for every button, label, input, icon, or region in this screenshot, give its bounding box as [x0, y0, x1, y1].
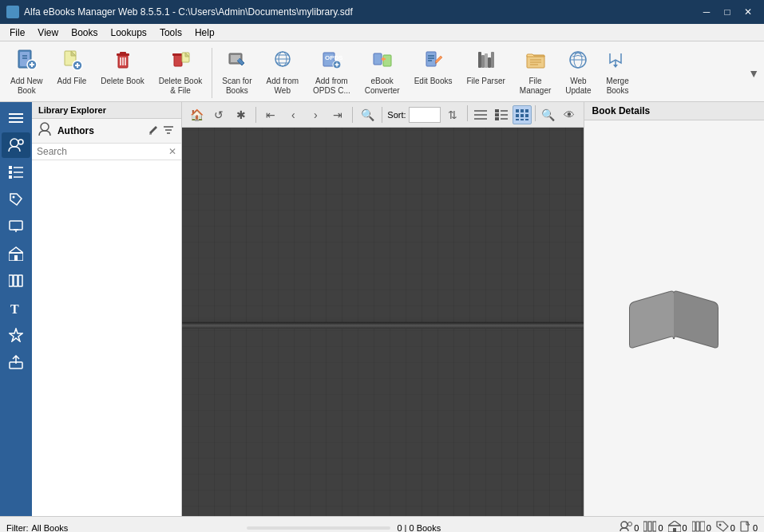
file-manager-button[interactable]: FileManager — [513, 45, 558, 101]
toolbar: Add NewBook Add File Delete Book — [0, 41, 764, 102]
status-tags-group: 0 — [716, 521, 735, 532]
svg-rect-113 — [700, 522, 705, 531]
add-file-button[interactable]: Add File — [50, 45, 94, 101]
search-button[interactable]: 🔍 — [358, 105, 377, 124]
nav-first-button[interactable]: ⇤ — [261, 105, 280, 124]
svg-rect-90 — [495, 113, 499, 116]
menu-help[interactable]: Help — [188, 26, 221, 40]
sort-area: Sort: ⇅ — [387, 105, 461, 124]
svg-rect-106 — [648, 522, 651, 531]
nav-asterisk-button[interactable]: ✱ — [232, 105, 251, 124]
add-new-book-button[interactable]: Add NewBook — [3, 45, 50, 101]
sidebar-series-button[interactable] — [2, 268, 30, 294]
merge-books-label: MergeBooks — [606, 77, 628, 96]
filter-area: Filter: All Books — [6, 523, 68, 533]
svg-rect-45 — [488, 57, 491, 68]
svg-rect-111 — [692, 522, 695, 531]
shelf-top — [182, 128, 583, 322]
status-tags-icon — [716, 521, 729, 532]
status-tags-count: 0 — [730, 523, 735, 533]
svg-point-59 — [18, 140, 23, 144]
svg-point-115 — [718, 524, 721, 526]
sidebar-authors-button[interactable] — [2, 132, 30, 158]
edit-books-label: Edit Books — [414, 77, 453, 86]
minimize-button[interactable]: ─ — [697, 4, 716, 20]
ct-sep-5 — [535, 105, 536, 121]
status-library-count: 0 — [683, 523, 687, 533]
svg-rect-112 — [696, 522, 699, 531]
status-files-icon — [740, 521, 751, 532]
nav-prev-button[interactable]: ‹ — [283, 105, 303, 124]
menu-lookups[interactable]: Lookups — [105, 26, 153, 40]
sidebar-export-button[interactable] — [2, 349, 30, 375]
search-clear-button[interactable]: ✕ — [168, 146, 176, 157]
toolbar-separator-1 — [212, 48, 212, 98]
svg-rect-64 — [9, 175, 12, 179]
ct-sep-3 — [382, 107, 382, 123]
add-from-opds-icon: OPDS — [320, 49, 342, 74]
maximize-button[interactable]: □ — [718, 4, 737, 20]
sidebar-device-button[interactable] — [2, 214, 30, 239]
sidebar-library-button[interactable] — [2, 241, 30, 266]
library-explorer-header: Library Explorer — [32, 102, 181, 119]
view-details-button[interactable] — [492, 105, 511, 124]
nav-next-button[interactable]: › — [306, 105, 325, 124]
svg-marker-78 — [10, 329, 22, 341]
scan-books-button[interactable]: Scan forBooks — [215, 45, 259, 101]
svg-marker-72 — [9, 247, 23, 253]
toolbar-expand-icon[interactable]: ▼ — [746, 67, 761, 80]
sidebar-tags-button[interactable] — [2, 187, 30, 212]
close-button[interactable]: ✕ — [738, 4, 758, 20]
nav-home-button[interactable]: 🏠 — [187, 105, 206, 124]
svg-rect-68 — [10, 221, 22, 230]
menu-tools[interactable]: Tools — [153, 26, 188, 40]
svg-rect-76 — [18, 275, 22, 286]
authors-sort-icon[interactable] — [162, 124, 175, 138]
nav-last-button[interactable]: ⇥ — [328, 105, 347, 124]
delete-book-file-label: Delete Book& File — [159, 77, 202, 96]
web-update-icon — [567, 49, 589, 74]
ct-sep-2 — [352, 107, 353, 123]
sidebar-font-button[interactable]: T — [2, 295, 30, 321]
merge-books-button[interactable]: MergeBooks — [599, 45, 637, 101]
view-toggle-button[interactable]: 👁 — [560, 105, 579, 124]
svg-rect-46 — [491, 52, 494, 68]
sort-toggle-button[interactable]: ⇅ — [443, 105, 462, 124]
svg-marker-66 — [10, 194, 22, 205]
merge-books-icon — [607, 49, 629, 74]
authors-list — [32, 160, 181, 516]
menu-view[interactable]: View — [31, 26, 65, 40]
delete-book-file-button[interactable]: Delete Book& File — [152, 45, 209, 101]
add-from-web-button[interactable]: Add fromWeb — [259, 45, 306, 101]
svg-rect-97 — [516, 114, 519, 117]
delete-book-file-icon — [169, 49, 192, 74]
zoom-in-button[interactable]: 🔍 — [539, 105, 558, 124]
web-update-button[interactable]: WebUpdate — [558, 45, 598, 101]
menubar: File View Books Lookups Tools Help — [0, 24, 764, 41]
svg-rect-37 — [426, 52, 436, 66]
sidebar-favorites-button[interactable] — [2, 322, 30, 348]
sort-label: Sort: — [387, 110, 406, 120]
search-input[interactable] — [37, 146, 168, 157]
status-series-icon — [643, 521, 656, 532]
sort-input[interactable] — [409, 107, 441, 123]
nav-refresh-button[interactable]: ↺ — [209, 105, 228, 124]
edit-books-button[interactable]: Edit Books — [407, 45, 460, 101]
menu-books[interactable]: Books — [65, 26, 104, 40]
content-area: 🏠 ↺ ✱ ⇤ ‹ › ⇥ 🔍 Sort: ⇅ — [182, 102, 583, 516]
delete-book-button[interactable]: Delete Book — [93, 45, 151, 101]
sidebar-menu-button[interactable] — [2, 105, 30, 131]
add-from-opds-label: Add fromOPDS C... — [313, 77, 350, 96]
authors-manage-icon[interactable] — [148, 124, 159, 138]
view-grid-button[interactable] — [513, 105, 532, 124]
menu-file[interactable]: File — [3, 26, 31, 40]
add-from-opds-button[interactable]: OPDS Add fromOPDS C... — [306, 45, 358, 101]
svg-marker-109 — [668, 521, 681, 526]
ebook-converter-button[interactable]: eBookConverter — [358, 45, 407, 101]
book-open-icon — [626, 282, 722, 354]
file-manager-icon — [525, 49, 547, 74]
view-list-button[interactable] — [471, 105, 490, 124]
file-parser-button[interactable]: File Parser — [459, 45, 512, 101]
app-icon — [6, 6, 19, 18]
sidebar-list-button[interactable] — [2, 160, 30, 185]
